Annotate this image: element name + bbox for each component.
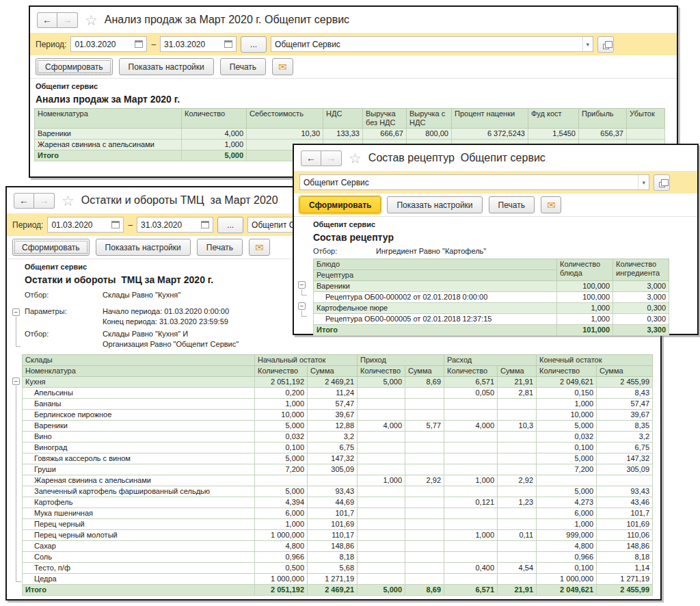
generate-button[interactable]: Сформировать <box>36 58 113 75</box>
value-cell[interactable]: 0,150 <box>537 388 597 399</box>
value-cell[interactable] <box>405 541 444 552</box>
value-cell[interactable]: 2,92 <box>498 475 537 486</box>
value-cell[interactable]: 57,47 <box>308 399 358 410</box>
back-button[interactable]: ← <box>301 150 321 166</box>
show-settings-button[interactable]: Показать настройки <box>119 58 214 75</box>
period-from-input[interactable]: 01.03.2020 <box>47 217 124 233</box>
table-row[interactable]: Вареники100,0003,000 <box>314 281 669 292</box>
value-cell[interactable]: 12,88 <box>308 421 358 432</box>
value-cell[interactable] <box>358 530 405 541</box>
value-cell[interactable]: 101,7 <box>308 508 358 519</box>
value-cell[interactable]: 800,00 <box>407 129 452 140</box>
column-header[interactable]: Сумма <box>498 366 537 377</box>
generate-button[interactable]: Сформировать <box>299 196 381 213</box>
value-cell[interactable]: 0,300 <box>613 303 669 314</box>
column-header[interactable]: Прибыль <box>579 109 627 129</box>
value-cell[interactable]: 2 051,192 <box>255 377 308 388</box>
row-label-cell[interactable]: Апельсины <box>23 388 255 399</box>
value-cell[interactable]: 2,81 <box>498 388 537 399</box>
value-cell[interactable]: 93,43 <box>308 486 358 497</box>
row-label-cell[interactable]: Мука пшеничная <box>23 508 255 519</box>
value-cell[interactable]: 1,000 <box>182 140 247 150</box>
value-cell[interactable]: 4,800 <box>537 541 597 552</box>
value-cell[interactable]: 101,7 <box>597 508 653 519</box>
value-cell[interactable]: 666,67 <box>363 129 407 140</box>
row-label-cell[interactable]: Запеченный картофель фаршированный сельд… <box>23 486 255 497</box>
value-cell[interactable] <box>405 519 444 530</box>
value-cell[interactable] <box>444 574 498 585</box>
table-row[interactable]: Картофельное пюре1,0000,300 <box>314 303 669 314</box>
value-cell[interactable]: 6,75 <box>597 443 653 453</box>
value-cell[interactable] <box>255 475 308 486</box>
column-group-header[interactable]: Начальный остаток <box>255 355 358 366</box>
value-cell[interactable]: 4,394 <box>255 497 308 508</box>
table-row[interactable]: Апельсины0,20011,240,0502,810,1508,43 <box>23 388 653 399</box>
value-cell[interactable] <box>444 399 498 410</box>
collapse-group-icon[interactable]: − <box>298 302 306 310</box>
row-label-cell[interactable]: Рецептура ОБ00-000002 от 02.01.2018 0:00… <box>314 292 557 303</box>
value-cell[interactable]: 4,800 <box>255 541 308 552</box>
value-cell[interactable]: 5,000 <box>255 486 308 497</box>
value-cell[interactable]: 1,000 <box>358 475 405 486</box>
value-cell[interactable] <box>358 486 405 497</box>
value-cell[interactable] <box>498 486 537 497</box>
value-cell[interactable] <box>444 552 498 563</box>
value-cell[interactable]: 1,000 <box>444 530 498 541</box>
value-cell[interactable]: 4,000 <box>444 421 498 432</box>
table-row[interactable]: Итого101,0003,300 <box>314 325 669 336</box>
column-header[interactable]: Количество ингредиента <box>613 259 669 281</box>
column-header[interactable]: Количество блюда <box>557 259 613 281</box>
value-cell[interactable]: 0,500 <box>255 563 308 574</box>
value-cell[interactable]: 39,67 <box>308 410 358 421</box>
show-settings-button[interactable]: Показать настройки <box>387 196 482 213</box>
column-group-header[interactable]: Конечный остаток <box>537 355 653 366</box>
value-cell[interactable] <box>498 552 537 563</box>
value-cell[interactable]: 4,54 <box>498 563 537 574</box>
value-cell[interactable]: 21,91 <box>498 585 537 596</box>
value-cell[interactable]: 8,35 <box>597 421 653 432</box>
table-row[interactable]: Перец черный1,000101,691,000101,69 <box>23 519 653 530</box>
value-cell[interactable] <box>498 519 537 530</box>
value-cell[interactable] <box>498 464 537 475</box>
value-cell[interactable]: 43,46 <box>597 497 653 508</box>
row-label-cell[interactable]: Жареная свинина с апельсинами <box>35 140 182 150</box>
value-cell[interactable]: 101,69 <box>308 519 358 530</box>
value-cell[interactable]: 0,200 <box>255 388 308 399</box>
value-cell[interactable]: 0,300 <box>613 314 669 325</box>
value-cell[interactable]: 1,23 <box>498 497 537 508</box>
value-cell[interactable] <box>444 453 498 464</box>
organization-combo[interactable]: Общепит Сервис ▾ <box>299 174 649 190</box>
value-cell[interactable]: 7,200 <box>537 464 597 475</box>
favorite-star-icon[interactable]: ☆ <box>85 13 98 27</box>
table-row[interactable]: Жареная свинина с апельсинами1,0002,921,… <box>23 475 653 486</box>
value-cell[interactable]: 4,000 <box>358 421 405 432</box>
row-label-cell[interactable]: Говяжья кассероль с вином <box>23 453 255 464</box>
calendar-icon[interactable] <box>224 40 232 48</box>
value-cell[interactable] <box>405 563 444 574</box>
value-cell[interactable]: 2 469,21 <box>308 377 358 388</box>
row-label-cell[interactable]: Тесто, п/ф <box>23 563 255 574</box>
column-header[interactable]: Количество <box>255 366 308 377</box>
value-cell[interactable]: 8,18 <box>597 552 653 563</box>
value-cell[interactable]: 1 271,19 <box>308 574 358 585</box>
value-cell[interactable]: 5,000 <box>358 377 405 388</box>
value-cell[interactable] <box>358 552 405 563</box>
value-cell[interactable]: 5,000 <box>358 585 405 596</box>
value-cell[interactable]: 2 455,99 <box>597 377 653 388</box>
value-cell[interactable]: 5,68 <box>308 563 358 574</box>
calendar-icon[interactable] <box>111 221 120 228</box>
table-row[interactable]: Сахар4,800148,864,800148,86 <box>23 541 653 552</box>
row-label-cell[interactable]: Бананы <box>23 399 255 410</box>
value-cell[interactable]: 2,92 <box>405 475 444 486</box>
value-cell[interactable] <box>358 497 405 508</box>
value-cell[interactable]: 0,400 <box>444 563 498 574</box>
table-row[interactable]: Рецептура ОБ00-000002 от 02.01.2018 0:00… <box>314 292 669 303</box>
value-cell[interactable] <box>498 453 537 464</box>
value-cell[interactable]: 1,000 <box>255 519 308 530</box>
value-cell[interactable]: 110,06 <box>597 530 653 541</box>
value-cell[interactable]: 999,000 <box>537 530 597 541</box>
value-cell[interactable]: 6,75 <box>308 443 358 453</box>
value-cell[interactable] <box>405 486 444 497</box>
value-cell[interactable]: 0,032 <box>537 432 597 443</box>
value-cell[interactable]: 6,571 <box>444 377 498 388</box>
